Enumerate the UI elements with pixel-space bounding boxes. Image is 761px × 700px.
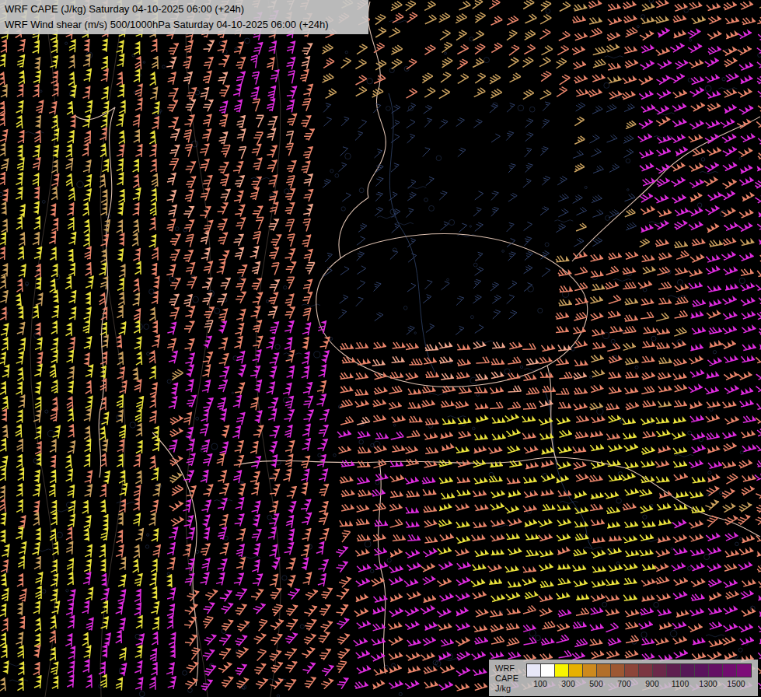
legend-swatch bbox=[597, 664, 611, 677]
legend-value-label: 300 bbox=[561, 679, 575, 688]
legend-value-label: 100 bbox=[533, 679, 547, 688]
legend-swatch bbox=[527, 664, 541, 677]
legend-title: WRF CAPE J/kg bbox=[495, 663, 518, 694]
title-line-shear: WRF Wind shear (m/s) 500/1000hPa Saturda… bbox=[5, 17, 364, 33]
title-line-cape: WRF CAPE (J/kg) Saturday 04-10-2025 06:0… bbox=[5, 2, 364, 17]
legend-swatch bbox=[555, 664, 569, 677]
legend-swatch bbox=[709, 664, 723, 677]
legend-swatch bbox=[611, 664, 625, 677]
legend-swatch bbox=[723, 664, 737, 677]
weather-map bbox=[0, 0, 761, 700]
legend-value-label: 500 bbox=[589, 679, 603, 688]
legend-swatch bbox=[569, 664, 583, 677]
legend-field-label: CAPE bbox=[495, 674, 518, 684]
legend-swatch bbox=[639, 664, 653, 677]
legend-colorbar: 100300500700900110013001500 bbox=[526, 663, 752, 689]
legend-swatch-row bbox=[526, 663, 752, 677]
map-title-overlay: WRF CAPE (J/kg) Saturday 04-10-2025 06:0… bbox=[0, 0, 368, 34]
legend-swatch bbox=[667, 664, 681, 677]
legend-swatch bbox=[695, 664, 709, 677]
legend-swatch bbox=[541, 664, 555, 677]
legend-value-label: 900 bbox=[645, 679, 659, 688]
map-frame bbox=[0, 697, 761, 700]
legend-swatch bbox=[737, 664, 751, 677]
weather-map-viewport: WRF CAPE (J/kg) Saturday 04-10-2025 06:0… bbox=[0, 0, 761, 700]
cape-legend: WRF CAPE J/kg 10030050070090011001300150… bbox=[489, 660, 758, 696]
legend-value-label: 1300 bbox=[699, 679, 717, 688]
legend-value-label: 1500 bbox=[727, 679, 745, 688]
legend-value-label: 1100 bbox=[672, 679, 689, 688]
legend-swatch bbox=[625, 664, 639, 677]
legend-value-label: 700 bbox=[617, 679, 631, 688]
legend-model-label: WRF bbox=[495, 663, 518, 674]
legend-swatch bbox=[653, 664, 667, 677]
legend-swatch bbox=[583, 664, 597, 677]
legend-swatch bbox=[681, 664, 695, 677]
legend-value-row: 100300500700900110013001500 bbox=[526, 679, 750, 689]
legend-units-label: J/kg bbox=[495, 684, 518, 694]
